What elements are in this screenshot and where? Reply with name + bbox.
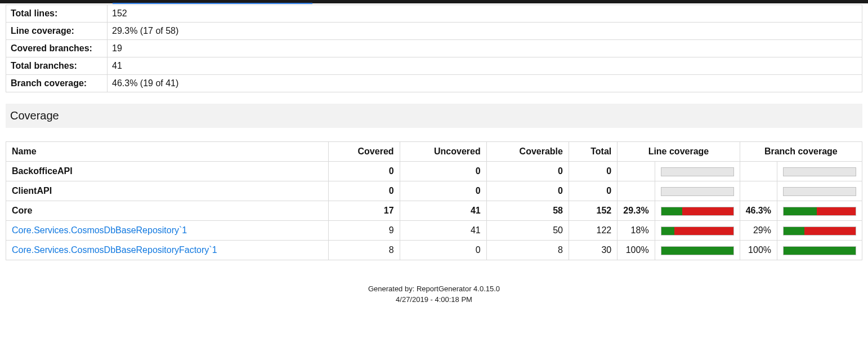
- branch-coverage-bar-cell: [777, 181, 862, 201]
- page-load-progress: [113, 3, 312, 4]
- cell-total: 122: [569, 221, 617, 241]
- footer-generated-by: Generated by: ReportGenerator 4.0.15.0: [6, 284, 862, 295]
- summary-row: Total lines:152: [6, 5, 862, 23]
- summary-value: 41: [108, 57, 862, 75]
- branch-coverage-pct: 29%: [740, 221, 777, 241]
- cell-coverable: 58: [486, 201, 569, 221]
- summary-value: 46.3% (19 of 41): [108, 75, 862, 92]
- col-branch-coverage[interactable]: Branch coverage: [740, 142, 862, 162]
- summary-row: Branch coverage:46.3% (19 of 41): [6, 75, 862, 92]
- branch-coverage-bar-cell: [777, 241, 862, 260]
- summary-value: 29.3% (17 of 58): [108, 23, 862, 40]
- table-row: BackofficeAPI0000: [6, 162, 862, 181]
- summary-value: 19: [108, 40, 862, 57]
- col-uncovered[interactable]: Uncovered: [400, 142, 486, 162]
- cell-uncovered: 0: [400, 162, 486, 181]
- coverage-bar: [783, 207, 856, 216]
- col-total[interactable]: Total: [569, 142, 617, 162]
- cell-total: 30: [569, 241, 617, 260]
- branch-coverage-bar-cell: [777, 221, 862, 241]
- cell-covered: 0: [329, 181, 400, 201]
- coverage-section-header: Coverage: [6, 104, 862, 128]
- summary-label: Total branches:: [6, 57, 108, 75]
- table-row: Core.Services.CosmosDbBaseRepositoryFact…: [6, 241, 862, 260]
- col-line-coverage[interactable]: Line coverage: [618, 142, 740, 162]
- cell-covered: 8: [329, 241, 400, 260]
- cell-total: 152: [569, 201, 617, 221]
- report-footer: Generated by: ReportGenerator 4.0.15.0 4…: [6, 284, 862, 305]
- col-covered[interactable]: Covered: [329, 142, 400, 162]
- table-row: ClientAPI0000: [6, 181, 862, 201]
- summary-label: Total lines:: [6, 5, 108, 23]
- coverage-bar: [661, 246, 734, 255]
- cell-covered: 0: [329, 162, 400, 181]
- coverage-bar: [783, 187, 856, 196]
- summary-row: Covered branches:19: [6, 40, 862, 57]
- summary-label: Line coverage:: [6, 23, 108, 40]
- row-name: BackofficeAPI: [6, 162, 329, 181]
- row-name[interactable]: Core.Services.CosmosDbBaseRepository`1: [6, 221, 329, 241]
- branch-coverage-pct: 100%: [740, 241, 777, 260]
- cell-uncovered: 0: [400, 241, 486, 260]
- col-coverable[interactable]: Coverable: [486, 142, 569, 162]
- line-coverage-pct: 29.3%: [618, 201, 655, 221]
- branch-coverage-bar-cell: [777, 162, 862, 181]
- cell-uncovered: 41: [400, 201, 486, 221]
- cell-uncovered: 41: [400, 221, 486, 241]
- branch-coverage-pct: [740, 181, 777, 201]
- cell-coverable: 0: [486, 162, 569, 181]
- branch-coverage-pct: 46.3%: [740, 201, 777, 221]
- table-row: Core17415815229.3%46.3%: [6, 201, 862, 221]
- line-coverage-bar-cell: [655, 181, 740, 201]
- row-name[interactable]: Core.Services.CosmosDbBaseRepositoryFact…: [6, 241, 329, 260]
- table-row: Core.Services.CosmosDbBaseRepository`194…: [6, 221, 862, 241]
- coverage-table: Name Covered Uncovered Coverable Total L…: [6, 141, 862, 260]
- row-name: Core: [6, 201, 329, 221]
- coverage-bar: [661, 167, 734, 176]
- coverage-bar: [783, 167, 856, 176]
- summary-table: Total lines:152Line coverage:29.3% (17 o…: [6, 5, 862, 92]
- cell-coverable: 50: [486, 221, 569, 241]
- cell-covered: 9: [329, 221, 400, 241]
- line-coverage-pct: 18%: [618, 221, 655, 241]
- class-link[interactable]: Core.Services.CosmosDbBaseRepository`1: [12, 225, 187, 235]
- cell-coverable: 8: [486, 241, 569, 260]
- cell-covered: 17: [329, 201, 400, 221]
- cell-total: 0: [569, 162, 617, 181]
- branch-coverage-bar-cell: [777, 201, 862, 221]
- footer-timestamp: 4/27/2019 - 4:00:18 PM: [6, 295, 862, 305]
- summary-value: 152: [108, 5, 862, 23]
- summary-row: Total branches:41: [6, 57, 862, 75]
- row-name: ClientAPI: [6, 181, 329, 201]
- summary-row: Line coverage:29.3% (17 of 58): [6, 23, 862, 40]
- coverage-bar: [661, 207, 734, 216]
- line-coverage-bar-cell: [655, 241, 740, 260]
- cell-uncovered: 0: [400, 181, 486, 201]
- coverage-bar: [783, 246, 856, 255]
- line-coverage-pct: [618, 162, 655, 181]
- line-coverage-bar-cell: [655, 201, 740, 221]
- summary-label: Branch coverage:: [6, 75, 108, 92]
- line-coverage-bar-cell: [655, 162, 740, 181]
- branch-coverage-pct: [740, 162, 777, 181]
- summary-label: Covered branches:: [6, 40, 108, 57]
- cell-total: 0: [569, 181, 617, 201]
- line-coverage-pct: 100%: [618, 241, 655, 260]
- line-coverage-pct: [618, 181, 655, 201]
- class-link[interactable]: Core.Services.CosmosDbBaseRepositoryFact…: [12, 245, 217, 255]
- coverage-bar: [661, 187, 734, 196]
- cell-coverable: 0: [486, 181, 569, 201]
- col-name[interactable]: Name: [6, 142, 329, 162]
- coverage-bar: [783, 226, 856, 236]
- line-coverage-bar-cell: [655, 221, 740, 241]
- coverage-bar: [661, 226, 734, 236]
